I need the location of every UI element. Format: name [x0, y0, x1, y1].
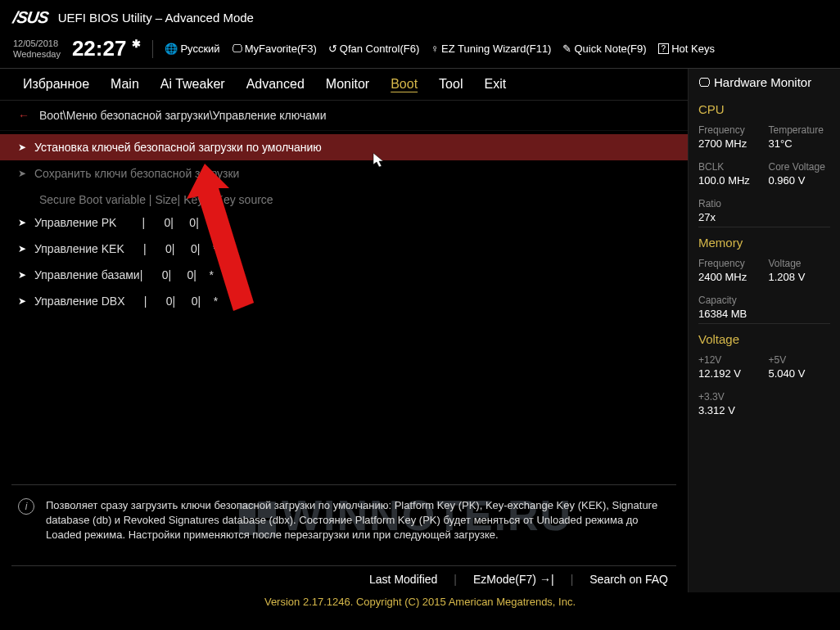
separator: | [571, 573, 574, 586]
gear-icon[interactable]: ✱ [132, 38, 141, 50]
brand-logo: /SUS [13, 8, 48, 27]
language-selector[interactable]: 🌐Русский [165, 43, 219, 55]
v12-value: 12.192 V [698, 366, 761, 380]
mem-volt-value: 1.208 V [769, 269, 831, 283]
datetime-block: 12/05/2018 Wednesday [13, 38, 61, 58]
info-icon: i [18, 498, 34, 515]
ezmode-label: EzMode(F7) [473, 573, 536, 586]
menu-item-label: Установка ключей безопасной загрузки по … [34, 141, 322, 154]
v33-label: +3.3V [698, 391, 761, 403]
hardware-monitor-sidebar: 🖵 Hardware Monitor CPU Frequency2700 MHz… [688, 69, 840, 592]
section-memory: Memory [698, 227, 830, 254]
time-text: 22:27 [72, 36, 127, 61]
monitor-icon: 🖵 [698, 75, 711, 89]
section-voltage: Voltage [698, 323, 830, 351]
help-text: Позволяет сразу загрузить ключи безопасн… [46, 498, 670, 543]
chevron-right-icon: ➤ [18, 168, 28, 179]
footer-links: Last Modified | EzMode(F7) →| | Search o… [0, 566, 688, 592]
clock-display[interactable]: 22:27 ✱ [72, 36, 142, 61]
tab-main[interactable]: Main [111, 77, 139, 92]
help-panel: i Позволяет сразу загрузить ключи безопа… [11, 484, 676, 566]
mem-cap-label: Capacity [698, 295, 761, 306]
tab-tool[interactable]: Tool [439, 77, 463, 92]
main-nav-tabs: Избранное Main Ai Tweaker Advanced Monit… [0, 69, 688, 101]
last-modified-link[interactable]: Last Modified [369, 573, 437, 586]
chevron-right-icon: ➤ [18, 217, 28, 228]
menu-item-label: Управление базами| 0| 0| * [34, 268, 214, 281]
tab-favorites[interactable]: Избранное [23, 77, 89, 92]
screen-icon: 🖵 [232, 43, 242, 55]
quicknote-link[interactable]: ✎Quick Note(F9) [562, 43, 646, 55]
menu-manage-dbx[interactable]: ➤ Управление DBX | 0| 0| * [0, 288, 688, 314]
myfavorite-label: MyFavorite(F3) [245, 43, 317, 55]
menu-save-secure-keys: ➤ Сохранить ключи безопасной загрузки [0, 160, 688, 187]
app-title: UEFI BIOS Utility – Advanced Mode [58, 11, 254, 25]
hw-title-text: Hardware Monitor [714, 75, 811, 89]
cpu-temp-value: 31°C [769, 136, 831, 150]
quicknote-label: Quick Note(F9) [574, 43, 646, 55]
mem-freq-value: 2400 MHz [698, 269, 761, 283]
menu-manage-db[interactable]: ➤ Управление базами| 0| 0| * [0, 262, 688, 288]
section-cpu: CPU [698, 99, 830, 121]
back-arrow-icon[interactable]: ← [18, 109, 29, 122]
search-faq-link[interactable]: Search on FAQ [589, 573, 668, 586]
chevron-right-icon: ➤ [18, 243, 28, 254]
copyright-footer: Version 2.17.1246. Copyright (C) 2015 Am… [0, 592, 840, 616]
tab-advanced[interactable]: Advanced [246, 77, 305, 92]
app-header: /SUS UEFI BIOS Utility – Advanced Mode [0, 0, 840, 34]
menu-manage-pk[interactable]: ➤ Управление PK | 0| 0| * [0, 209, 688, 236]
ratio-value: 27x [698, 209, 761, 223]
top-toolbar: 12/05/2018 Wednesday 22:27 ✱ 🌐Русский 🖵M… [0, 34, 840, 69]
language-label: Русский [180, 43, 219, 55]
toolbar-links: 🌐Русский 🖵MyFavorite(F3) ↺Qfan Control(F… [165, 43, 715, 55]
vcore-label: Core Voltage [769, 161, 831, 173]
vcore-value: 0.960 V [769, 173, 831, 187]
bclk-label: BCLK [698, 161, 761, 173]
cpu-freq-label: Frequency [698, 124, 761, 136]
v12-label: +12V [698, 354, 761, 366]
separator: | [454, 573, 457, 586]
ratio-label: Ratio [698, 198, 761, 209]
fan-icon: ↺ [328, 43, 337, 55]
globe-icon: 🌐 [165, 43, 178, 55]
chevron-right-icon: ➤ [18, 295, 28, 307]
eztune-label: EZ Tuning Wizard(F11) [441, 43, 551, 55]
myfavorite-link[interactable]: 🖵MyFavorite(F3) [232, 43, 317, 55]
v5-value: 5.040 V [769, 366, 831, 380]
weekday-text: Wednesday [13, 49, 61, 59]
menu-item-label: Управление DBX | 0| 0| * [34, 295, 218, 308]
qfan-label: Qfan Control(F6) [340, 43, 420, 55]
menu-manage-kek[interactable]: ➤ Управление KEK | 0| 0| * [0, 236, 688, 262]
mem-cap-value: 16384 MB [698, 306, 761, 320]
qfan-link[interactable]: ↺Qfan Control(F6) [328, 43, 420, 55]
tab-monitor[interactable]: Monitor [326, 77, 369, 92]
tab-aitweaker[interactable]: Ai Tweaker [160, 77, 225, 92]
separator [152, 40, 153, 58]
chevron-right-icon: ➤ [18, 269, 28, 281]
brand-logo-text: /SUS [11, 8, 49, 27]
content-area: ➤ Установка ключей безопасной загрузки п… [0, 131, 688, 484]
hotkeys-link[interactable]: ?Hot Keys [658, 43, 715, 55]
menu-item-label: Сохранить ключи безопасной загрузки [34, 167, 239, 180]
chevron-right-icon: ➤ [18, 142, 28, 153]
hw-monitor-title: 🖵 Hardware Monitor [698, 75, 830, 96]
bulb-icon: ♀ [431, 43, 439, 55]
menu-install-default-keys[interactable]: ➤ Установка ключей безопасной загрузки п… [0, 134, 688, 160]
tab-boot[interactable]: Boot [391, 77, 418, 92]
cpu-temp-label: Temperature [769, 124, 831, 136]
mem-volt-label: Voltage [769, 258, 831, 269]
note-icon: ✎ [562, 43, 571, 55]
v5-label: +5V [769, 354, 831, 366]
tab-exit[interactable]: Exit [484, 77, 506, 92]
ezmode-link[interactable]: EzMode(F7) →| [473, 573, 554, 586]
menu-item-label: Управление KEK | 0| 0| * [34, 242, 217, 255]
mem-freq-label: Frequency [698, 258, 761, 269]
bclk-value: 100.0 MHz [698, 173, 761, 187]
breadcrumb: ← Boot\Меню безопасной загрузки\Управлен… [0, 101, 688, 131]
secure-boot-table-header: Secure Boot variable | Size| Key#| Key s… [0, 187, 688, 209]
question-icon: ? [658, 43, 670, 54]
date-text: 12/05/2018 [13, 38, 61, 48]
hotkeys-label: Hot Keys [671, 43, 715, 55]
eztune-link[interactable]: ♀EZ Tuning Wizard(F11) [431, 43, 551, 55]
cpu-freq-value: 2700 MHz [698, 136, 761, 150]
